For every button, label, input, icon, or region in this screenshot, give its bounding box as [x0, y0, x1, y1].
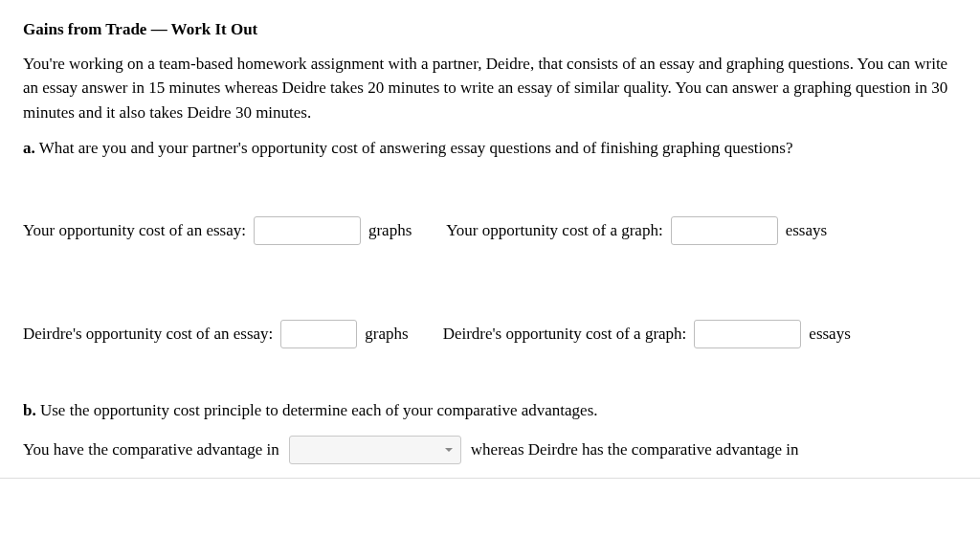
row-deirdre-costs: Deirdre's opportunity cost of an essay: …	[23, 320, 957, 348]
question-b: b. Use the opportunity cost principle to…	[23, 398, 957, 423]
page-title: Gains from Trade — Work It Out	[23, 17, 957, 42]
question-a-text: What are you and your partner's opportun…	[39, 139, 793, 157]
chevron-down-icon	[445, 448, 453, 452]
deirdre-graph-cost-input[interactable]	[694, 320, 801, 348]
question-a: a. What are you and your partner's oppor…	[23, 136, 957, 161]
question-a-label: a.	[23, 139, 35, 157]
your-essay-cost-label: Your opportunity cost of an essay:	[23, 218, 246, 243]
comparative-advantage-line: You have the comparative advantage in wh…	[23, 436, 957, 464]
deirdre-graph-cost-label: Deirdre's opportunity cost of a graph:	[443, 322, 687, 347]
deirdre-essay-cost-input[interactable]	[280, 320, 357, 348]
deirdre-essay-cost-label: Deirdre's opportunity cost of an essay:	[23, 322, 273, 347]
sentence-after-dropdown: whereas Deirdre has the comparative adva…	[471, 437, 799, 462]
deirdre-graph-cost-unit: essays	[809, 322, 850, 347]
your-essay-cost-input[interactable]	[254, 216, 361, 245]
intro-paragraph: You're working on a team-based homework …	[23, 52, 957, 125]
your-graph-cost-input[interactable]	[671, 216, 778, 245]
your-graph-cost-label: Your opportunity cost of a graph:	[446, 218, 662, 243]
sentence-before-dropdown: You have the comparative advantage in	[23, 437, 279, 462]
row-your-costs: Your opportunity cost of an essay: graph…	[23, 216, 957, 245]
comparative-advantage-dropdown[interactable]	[289, 436, 461, 464]
question-b-label: b.	[23, 401, 36, 419]
your-graph-cost-unit: essays	[786, 218, 827, 243]
question-b-text: Use the opportunity cost principle to de…	[40, 401, 598, 419]
deirdre-essay-cost-unit: graphs	[365, 322, 408, 347]
your-essay-cost-unit: graphs	[368, 218, 412, 243]
